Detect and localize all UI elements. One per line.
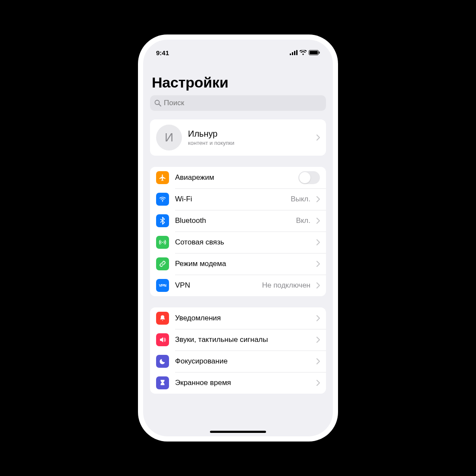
svg-rect-2: [294, 51, 295, 55]
chevron-right-icon: [316, 218, 320, 224]
profile-group: И Ильнур контент и покупки: [150, 119, 326, 156]
row-label: Экранное время: [175, 379, 310, 387]
status-bar: 9:41: [143, 40, 333, 61]
chevron-right-icon: [316, 135, 320, 141]
search-icon: [154, 100, 161, 106]
avatar: И: [156, 125, 182, 150]
profile-text: Ильнур контент и покупки: [188, 129, 310, 146]
battery-icon: [309, 50, 320, 55]
speaker-icon: [156, 333, 169, 346]
status-time: 9:41: [156, 49, 169, 56]
svg-rect-6: [319, 52, 320, 54]
home-indicator[interactable]: [210, 431, 266, 433]
link-icon: [156, 257, 169, 270]
svg-point-10: [162, 242, 163, 243]
status-indicators: [290, 50, 320, 55]
avatar-initial: И: [165, 131, 173, 144]
row-hotspot[interactable]: Режим модема: [150, 253, 326, 275]
row-label: Авиарежим: [175, 173, 292, 182]
chevron-right-icon: [316, 380, 320, 386]
row-label: Bluetooth: [175, 216, 290, 225]
row-cellular[interactable]: Сотовая связь: [150, 232, 326, 253]
chevron-right-icon: [316, 261, 320, 267]
vpn-icon: VPN: [156, 279, 169, 292]
svg-rect-1: [292, 52, 293, 55]
svg-rect-0: [290, 53, 291, 55]
content-scroll[interactable]: Настройки И Ильнур контент и покупки: [143, 61, 333, 436]
row-label: Режим модема: [175, 260, 310, 268]
row-airplane[interactable]: Авиарежим: [150, 167, 326, 188]
row-label: Сотовая связь: [175, 238, 310, 247]
wifi-status-icon: [300, 50, 307, 55]
svg-rect-5: [310, 51, 318, 54]
chevron-right-icon: [316, 282, 320, 288]
bluetooth-icon: [156, 214, 169, 227]
row-label: Wi-Fi: [175, 195, 285, 204]
row-vpn[interactable]: VPN VPN Не подключен: [150, 275, 326, 296]
row-label: VPN: [175, 281, 256, 290]
svg-line-8: [159, 104, 161, 106]
chevron-right-icon: [316, 196, 320, 202]
moon-icon: [156, 355, 169, 368]
search-input[interactable]: [164, 99, 322, 107]
phone-frame: 9:41 Настройки И Ильнур контент и покупк…: [143, 40, 333, 436]
profile-row[interactable]: И Ильнур контент и покупки: [150, 119, 326, 156]
row-value: Не подключен: [262, 281, 310, 290]
airplane-icon: [156, 171, 169, 184]
row-label: Звуки, тактильные сигналы: [175, 335, 310, 344]
hourglass-icon: [156, 376, 169, 389]
svg-rect-3: [296, 50, 298, 55]
row-label: Уведомления: [175, 314, 310, 323]
bell-icon: [156, 312, 169, 325]
chevron-right-icon: [316, 337, 320, 343]
chevron-right-icon: [316, 239, 320, 245]
wifi-icon: [156, 193, 169, 206]
chevron-right-icon: [316, 358, 320, 364]
row-value: Вкл.: [296, 216, 310, 225]
svg-point-9: [162, 201, 163, 202]
profile-name: Ильнур: [188, 129, 310, 139]
airplane-toggle[interactable]: [298, 171, 320, 184]
row-sounds[interactable]: Звуки, тактильные сигналы: [150, 329, 326, 351]
row-label: Фокусирование: [175, 357, 310, 366]
row-notifications[interactable]: Уведомления: [150, 307, 326, 329]
cellular-icon: [290, 50, 298, 55]
connectivity-group: Авиарежим Wi-Fi Выкл. Bluetooth Вкл.: [150, 167, 326, 296]
page-title: Настройки: [152, 74, 324, 91]
attention-group: Уведомления Звуки, тактильные сигналы Фо…: [150, 307, 326, 394]
row-value: Выкл.: [291, 195, 310, 204]
antenna-icon: [156, 236, 169, 249]
row-wifi[interactable]: Wi-Fi Выкл.: [150, 188, 326, 210]
row-focus[interactable]: Фокусирование: [150, 351, 326, 372]
search-field[interactable]: [150, 95, 326, 111]
chevron-right-icon: [316, 315, 320, 321]
row-bluetooth[interactable]: Bluetooth Вкл.: [150, 210, 326, 232]
profile-subtitle: контент и покупки: [188, 140, 310, 146]
row-screentime[interactable]: Экранное время: [150, 372, 326, 394]
